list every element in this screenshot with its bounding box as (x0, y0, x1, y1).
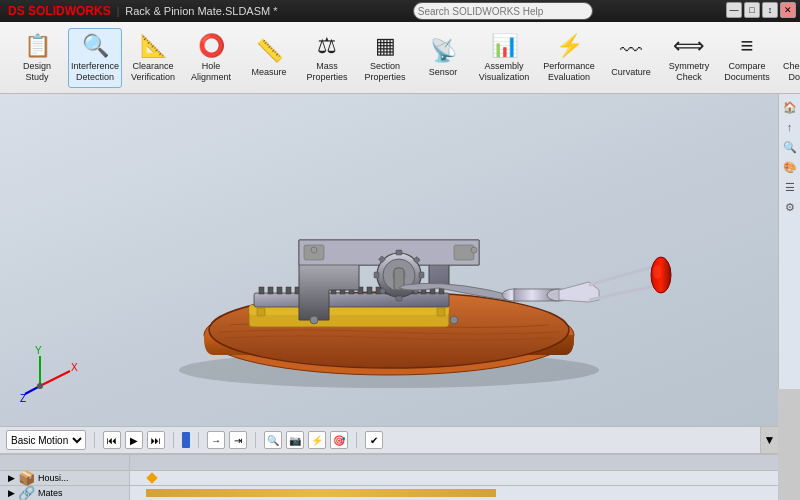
clearance-verification-label: ClearanceVerification (131, 61, 175, 83)
svg-rect-33 (396, 296, 402, 301)
compare-documents-label: CompareDocuments (724, 61, 770, 83)
svg-rect-34 (374, 272, 379, 278)
clearance-verification-button[interactable]: 📐 ClearanceVerification (126, 28, 180, 88)
measure-button[interactable]: 📏 Measure (242, 28, 296, 88)
design-study-label: DesignStudy (23, 61, 51, 83)
svg-rect-28 (454, 245, 474, 260)
svg-rect-35 (419, 272, 424, 278)
mates-animation-bar[interactable] (146, 489, 496, 497)
3d-viewport[interactable]: X Y Z (0, 94, 778, 426)
timeline-rows: ▶ 📦 Housi... ▶ 🔗 Mates (0, 471, 778, 500)
rewind-button[interactable]: ⏮ (103, 431, 121, 449)
timeline-scroll-right[interactable]: ▼ (760, 427, 778, 453)
subwindow-controls: — □ ↕ ✕ (726, 2, 796, 18)
right-panel: 🏠 ↑ 🔍 🎨 ☰ ⚙ (778, 94, 800, 389)
mass-properties-label: MassProperties (306, 61, 347, 83)
timeline: 0 sec 2 sec 4 sec 6 sec 8 sec 10 sec 12 … (0, 454, 778, 500)
search-container (413, 2, 613, 20)
mates-track[interactable] (130, 486, 778, 500)
play-button[interactable]: ▶ (125, 431, 143, 449)
display-panel-button[interactable]: ☰ (781, 178, 799, 196)
add-key-button[interactable]: → (207, 431, 225, 449)
svg-rect-8 (277, 287, 282, 294)
assembly-visualization-icon: 📊 (491, 33, 518, 59)
mates-expand-icon[interactable]: ▶ (8, 488, 15, 498)
mates-icon: 🔗 (18, 485, 35, 500)
sim-button[interactable]: 🎯 (330, 431, 348, 449)
mates-label: Mates (38, 488, 63, 498)
svg-point-48 (311, 247, 317, 253)
keyframe-marker (182, 432, 190, 448)
timeline-label-header (0, 455, 130, 470)
solidworks-logo: DS SOLIDWORKS (8, 4, 111, 18)
clearance-verification-icon: 📐 (140, 33, 167, 59)
section-properties-button[interactable]: ▦ SectionProperties (358, 28, 412, 88)
subwin-maximize[interactable]: □ (744, 2, 760, 18)
hole-alignment-label: HoleAlignment (191, 61, 231, 83)
expand-icon[interactable]: ▶ (8, 473, 15, 483)
section-properties-icon: ▦ (375, 33, 396, 59)
model-area (0, 94, 778, 426)
svg-rect-18 (367, 287, 372, 294)
svg-rect-50 (257, 308, 265, 316)
svg-point-58 (37, 383, 43, 389)
check-button[interactable]: ✔ (365, 431, 383, 449)
svg-text:Y: Y (35, 346, 42, 356)
svg-point-49 (471, 247, 477, 253)
title-bar-left: DS SOLIDWORKS | Rack & Pinion Mate.SLDAS… (8, 4, 278, 18)
keyframe-diamond-housing[interactable] (146, 472, 157, 483)
view-zoom-button[interactable]: 🔍 (781, 138, 799, 156)
motion-type-select[interactable]: Basic Motion Animation Physical Simulati… (6, 430, 86, 450)
performance-evaluation-label: PerformanceEvaluation (543, 61, 595, 83)
mates-row-label: ▶ 🔗 Mates (0, 486, 130, 500)
sensor-button[interactable]: 📡 Sensor (416, 28, 470, 88)
mass-properties-button[interactable]: ⚖ MassProperties (300, 28, 354, 88)
design-study-button[interactable]: 📋 DesignStudy (10, 28, 64, 88)
housing-row-label: ▶ 📦 Housi... (0, 471, 130, 485)
compare-documents-button[interactable]: ≡ CompareDocuments (720, 28, 774, 88)
svg-text:X: X (71, 362, 78, 373)
curvature-button[interactable]: 〰 Curvature (604, 28, 658, 88)
motion-bar: Basic Motion Animation Physical Simulati… (0, 426, 778, 454)
settings-panel-button[interactable]: ⚙ (781, 198, 799, 216)
subwin-close[interactable]: ✕ (780, 2, 796, 18)
hole-alignment-icon: ⭕ (198, 33, 225, 59)
svg-point-47 (450, 316, 458, 324)
check-active-document-button[interactable]: ✔ Check ActiveDocument (778, 28, 800, 88)
subwin-minimize[interactable]: — (726, 2, 742, 18)
performance-evaluation-button[interactable]: ⚡ PerformanceEvaluation (538, 28, 600, 88)
camera-key-button[interactable]: 📷 (286, 431, 304, 449)
filter-button[interactable]: 🔍 (264, 431, 282, 449)
housing-label: Housi... (38, 473, 69, 483)
housing-track[interactable] (130, 471, 778, 485)
sep4 (255, 432, 256, 448)
3d-model-svg (99, 120, 679, 400)
axis-indicator: X Y Z (20, 346, 80, 406)
evaluate-ribbon-group: 📋 DesignStudy 🔍 InterferenceDetection 📐 … (4, 22, 800, 93)
assembly-visualization-button[interactable]: 📊 AssemblyVisualization (474, 28, 534, 88)
hole-alignment-button[interactable]: ⭕ HoleAlignment (184, 28, 238, 88)
event-button[interactable]: ⚡ (308, 431, 326, 449)
section-properties-label: SectionProperties (364, 61, 405, 83)
assembly-visualization-label: AssemblyVisualization (479, 61, 529, 83)
sep (94, 432, 95, 448)
play-next-button[interactable]: ⏭ (147, 431, 165, 449)
svg-rect-51 (437, 308, 445, 316)
appearance-panel-button[interactable]: 🎨 (781, 158, 799, 176)
symmetry-check-button[interactable]: ⟺ SymmetryCheck (662, 28, 716, 88)
home-view-button[interactable]: 🏠 (781, 98, 799, 116)
interference-detection-button[interactable]: 🔍 InterferenceDetection (68, 28, 122, 88)
view-up-button[interactable]: ↑ (781, 118, 799, 136)
sep2 (173, 432, 174, 448)
search-input[interactable] (413, 2, 593, 20)
timeline-row-mates: ▶ 🔗 Mates (0, 486, 778, 500)
svg-rect-9 (286, 287, 291, 294)
mass-properties-icon: ⚖ (317, 33, 337, 59)
document-title: Rack & Pinion Mate.SLDASM * (125, 5, 277, 17)
subwin-restore[interactable]: ↕ (762, 2, 778, 18)
symmetry-check-label: SymmetryCheck (669, 61, 710, 83)
measure-label: Measure (251, 67, 286, 78)
delete-key-button[interactable]: ⇥ (229, 431, 247, 449)
svg-rect-7 (268, 287, 273, 294)
check-active-document-label: Check ActiveDocument (783, 61, 800, 83)
